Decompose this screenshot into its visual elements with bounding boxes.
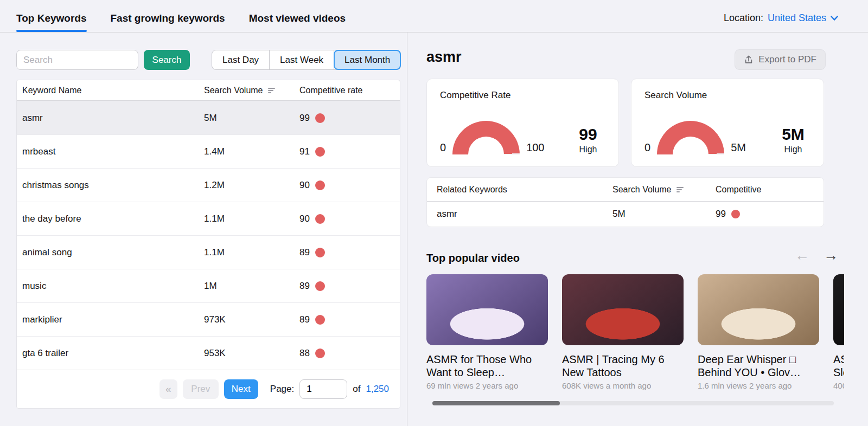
location-selector[interactable]: Location: United States — [724, 0, 838, 33]
column-keyword-name: Keyword Name — [17, 86, 204, 95]
cell-volume: 973K — [204, 314, 299, 325]
export-to-pdf-button[interactable]: Export to PDF — [735, 49, 826, 70]
selected-keyword-title: asmr — [426, 49, 462, 66]
cell-volume: 1.1M — [204, 214, 299, 224]
tab-top-keywords[interactable]: Top Keywords — [16, 0, 87, 32]
cell-keyword: christmas songs — [17, 180, 204, 191]
search-volume-card: Search Volume 0 5M 5M High — [631, 79, 824, 167]
top-popular-video-heading: Top popular video — [426, 252, 520, 264]
cell-keyword: the day before — [17, 214, 204, 224]
keyword-detail-panel: asmr Export to PDF Competitive Rate 0 10… — [408, 33, 868, 426]
video-title[interactable]: Deep Ear Whisper □ Behind YOU • Glov… — [698, 353, 819, 379]
time-filter-group: Last Day Last Week Last Month — [212, 50, 401, 70]
column-search-volume: Search Volume — [204, 86, 263, 95]
page-number-input[interactable] — [299, 379, 347, 399]
sort-icon[interactable] — [676, 187, 684, 192]
competitive-dot — [315, 147, 325, 157]
competitive-dot — [731, 210, 740, 218]
video-thumbnail[interactable] — [562, 274, 684, 345]
gauge-value: 5M — [776, 125, 810, 144]
table-header: Keyword Name Search Volume Competitive r… — [17, 80, 400, 101]
filter-last-month[interactable]: Last Month — [334, 50, 401, 70]
cell-volume: 5M — [204, 113, 299, 124]
tab-most-viewed-videos[interactable]: Most viewed videos — [249, 0, 346, 32]
gauge-title: Search Volume — [644, 90, 810, 101]
gauge-level: High — [571, 145, 605, 154]
video-title[interactable]: ASMR for Those Who Want to Sleep… — [426, 353, 548, 379]
competitive-dot — [315, 248, 325, 257]
location-value[interactable]: United States — [768, 12, 826, 24]
competitive-rate-card: Competitive Rate 0 100 99 High — [426, 79, 619, 167]
prev-page-button[interactable]: Prev — [183, 379, 219, 399]
cell-keyword: gta 6 trailer — [17, 348, 204, 359]
keywords-panel: Search Last Day Last Week Last Month Key… — [0, 33, 407, 426]
cell-rate: 99 — [299, 113, 400, 124]
nav-tabs: Top Keywords Fast growing keywords Most … — [16, 0, 346, 32]
column-search-volume: Search Volume — [612, 185, 672, 195]
video-thumbnail[interactable] — [698, 274, 819, 345]
table-row[interactable]: markiplier 973K 89 — [17, 302, 400, 336]
filter-last-day[interactable]: Last Day — [212, 50, 270, 69]
gauge-max-label: 5M — [731, 141, 746, 154]
cell-volume: 1.4M — [204, 146, 299, 157]
cell-rate: 89 — [299, 314, 400, 325]
table-row[interactable]: christmas songs 1.2M 90 — [17, 168, 400, 202]
table-row[interactable]: mrbeast 1.4M 91 — [17, 134, 400, 168]
related-table-row[interactable]: asmr 5M 99 — [427, 202, 824, 227]
filter-last-week[interactable]: Last Week — [270, 50, 334, 69]
carousel-next-icon[interactable]: → — [824, 248, 838, 263]
video-title[interactable]: ASMR Sle — [833, 353, 844, 379]
gauge-title: Competitive Rate — [440, 90, 605, 101]
video-card[interactable]: ASMR | Tracing My 6 New Tattoos 608K vie… — [562, 274, 684, 395]
search-row: Search Last Day Last Week Last Month — [0, 50, 407, 70]
related-table-header: Related Keywords Search Volume Competiti… — [427, 178, 824, 202]
gauge-min-label: 0 — [644, 141, 650, 154]
tab-fast-growing-keywords[interactable]: Fast growing keywords — [111, 0, 225, 32]
of-label: of — [353, 384, 360, 395]
next-page-button[interactable]: Next — [224, 379, 258, 399]
table-row[interactable]: asmr 5M 99 — [17, 101, 400, 134]
video-thumbnail[interactable] — [426, 274, 548, 345]
cell-volume: 5M — [612, 209, 716, 220]
cell-rate: 88 — [299, 348, 400, 359]
video-meta: 400 — [833, 381, 844, 390]
cell-keyword: asmr — [17, 113, 204, 124]
sort-icon[interactable] — [268, 88, 275, 93]
gauge-level: High — [776, 145, 810, 154]
carousel-prev-icon[interactable]: ← — [795, 248, 809, 263]
total-pages[interactable]: 1,250 — [366, 384, 389, 395]
table-row[interactable]: the day before 1.1M 90 — [17, 202, 400, 235]
cell-keyword: mrbeast — [17, 146, 204, 157]
video-card[interactable]: ASMR Sle 400 — [833, 274, 844, 395]
video-meta: 608K views a month ago — [562, 381, 684, 390]
competitive-dot — [315, 113, 325, 123]
export-label: Export to PDF — [758, 54, 816, 65]
cell-keyword: music — [17, 281, 204, 292]
first-page-button[interactable]: « — [159, 379, 177, 399]
table-row[interactable]: animal song 1.1M 89 — [17, 235, 400, 269]
cell-rate: 89 — [299, 281, 400, 292]
gauge-chart — [452, 121, 520, 154]
video-card[interactable]: Deep Ear Whisper □ Behind YOU • Glov… 1.… — [698, 274, 819, 395]
search-input[interactable] — [16, 50, 138, 70]
video-thumbnail[interactable] — [833, 274, 844, 345]
cell-keyword: asmr — [427, 209, 612, 220]
competitive-dot — [315, 214, 325, 224]
page-label: Page: — [270, 384, 294, 395]
cell-rate: 90 — [299, 214, 400, 224]
carousel-scrollbar-thumb[interactable] — [432, 401, 560, 405]
video-card[interactable]: ASMR for Those Who Want to Sleep… 69 mln… — [426, 274, 548, 395]
carousel-scrollbar-track[interactable] — [432, 401, 834, 405]
column-competitive-rate: Competitive rate — [299, 86, 400, 95]
cell-rate: 99 — [716, 209, 824, 220]
cell-volume: 953K — [204, 348, 299, 359]
cell-rate: 91 — [299, 146, 400, 157]
table-row[interactable]: gta 6 trailer 953K 88 — [17, 336, 400, 370]
carousel-controls: ← → — [795, 248, 838, 263]
cell-volume: 1M — [204, 281, 299, 292]
table-row[interactable]: music 1M 89 — [17, 269, 400, 302]
search-button[interactable]: Search — [144, 50, 190, 70]
video-title[interactable]: ASMR | Tracing My 6 New Tattoos — [562, 353, 684, 379]
cell-volume: 1.2M — [204, 180, 299, 191]
video-meta: 69 mln views 2 years ago — [426, 381, 548, 390]
